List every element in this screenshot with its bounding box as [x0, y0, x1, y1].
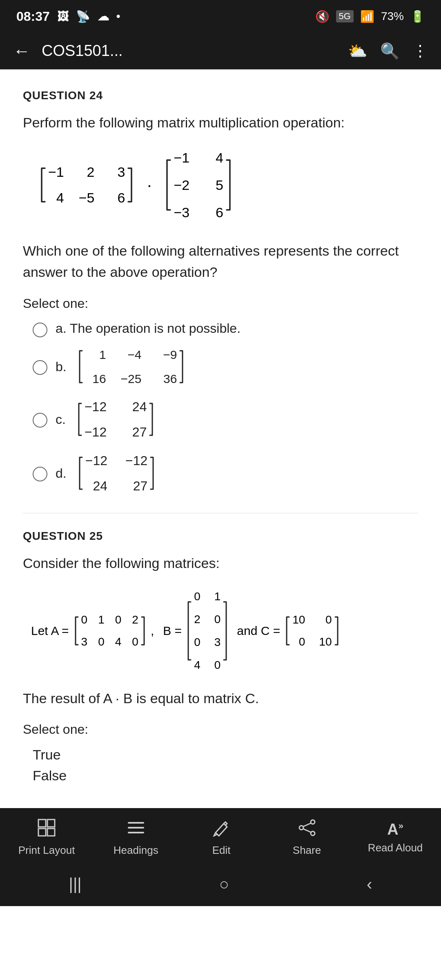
toolbar-share[interactable]: Share: [283, 819, 332, 857]
share-label: Share: [293, 844, 321, 857]
toolbar-edit[interactable]: Edit: [197, 819, 246, 857]
multiply-dot: ·: [147, 176, 151, 194]
matrix-a: 0 1 0 2 3 0 4 0: [74, 610, 146, 651]
matb-lbracket: [187, 600, 192, 662]
question-divider: [23, 513, 418, 513]
option-a[interactable]: a. The operation is not possible.: [33, 321, 418, 337]
optd-cells: −12 −12 24 27: [84, 450, 149, 497]
toolbar-read-aloud[interactable]: A» Read Aloud: [368, 821, 423, 854]
matc-cells: 10 0 0 10: [291, 610, 333, 651]
status-bar: 08:37 🖼 📡 ☁ • 🔇 5G 📶 73% 🔋: [0, 0, 441, 33]
nav-bar: ||| ○ ‹: [0, 865, 441, 906]
question-24-text: Perform the following matrix multiplicat…: [23, 112, 418, 134]
search-icon[interactable]: 🔍: [380, 42, 399, 60]
nav-home-button[interactable]: ○: [203, 872, 245, 897]
headings-icon: [127, 819, 145, 841]
mata-cells: 0 1 0 2 3 0 4 0: [80, 610, 140, 651]
radio-a[interactable]: [33, 323, 47, 337]
optd-rbracket: [149, 456, 155, 491]
matb-rbracket: [222, 600, 228, 662]
status-left: 08:37 🖼 📡 ☁ •: [16, 9, 120, 24]
matrix-expression: −1 2 3 4 −5 6 · −1 4: [39, 147, 418, 224]
optc-cells: −12 24 −12 27: [83, 396, 149, 443]
radio-b[interactable]: [33, 360, 47, 375]
svg-rect-0: [38, 820, 46, 827]
q25-select-one: Select one:: [23, 722, 418, 737]
optb-rbracket: [178, 349, 184, 384]
document-title: COS1501...: [42, 42, 348, 60]
svg-rect-6: [128, 832, 144, 833]
option-d-matrix: −12 −12 24 27: [78, 450, 155, 497]
svg-rect-5: [128, 827, 144, 829]
question-25-label: QUESTION 25: [23, 530, 418, 543]
title-bar: ← COS1501... ⛅ 🔍 ⋮: [0, 33, 441, 69]
option-a-text: a. The operation is not possible.: [56, 321, 241, 336]
matrix2-left-bracket: [165, 158, 172, 212]
matrix-b: 0 1 2 0 0 3 4 0: [187, 587, 228, 675]
option-true[interactable]: True: [33, 747, 418, 763]
mata-lbracket: [74, 615, 80, 646]
mute-icon: 🔇: [315, 10, 330, 23]
read-aloud-label: Read Aloud: [368, 842, 423, 854]
optb-cells: 1 −4 −9 16 −25 36: [84, 345, 179, 389]
matc-rbracket: [334, 615, 339, 646]
svg-point-8: [311, 831, 315, 835]
signal-icon: 📶: [360, 10, 374, 23]
option-c-matrix: −12 24 −12 27: [77, 396, 154, 443]
matrix2-cells: −1 4 −2 5 −3 6: [172, 147, 225, 224]
optd-lbracket: [78, 456, 84, 491]
q25-result-text: The result of A · B is equal to matrix C…: [23, 688, 418, 709]
q24-select-one: Select one:: [23, 296, 418, 311]
read-aloud-icon: A»: [387, 821, 403, 838]
time: 08:37: [16, 9, 50, 24]
option-b-label: b.: [56, 359, 67, 374]
network-badge: 5G: [336, 10, 354, 22]
upload-icon[interactable]: ⛅: [348, 42, 367, 60]
toolbar-headings[interactable]: Headings: [111, 819, 160, 857]
matrix1-left-bracket: [39, 167, 47, 203]
photo-icon: 🖼: [57, 10, 69, 23]
title-actions: ⛅ 🔍 ⋮: [348, 42, 428, 60]
radio-c[interactable]: [33, 413, 47, 428]
radio-d[interactable]: [33, 467, 47, 481]
more-icon[interactable]: ⋮: [412, 42, 428, 60]
print-layout-label: Print Layout: [18, 844, 75, 857]
question-24-label: QUESTION 24: [23, 89, 418, 102]
location-icon: 📡: [76, 10, 90, 23]
edit-label: Edit: [212, 844, 231, 857]
option-d-label: d.: [56, 466, 67, 481]
nav-menu-button[interactable]: |||: [53, 872, 98, 897]
status-right: 🔇 5G 📶 73% 🔋: [315, 10, 425, 23]
option-c-label: c.: [56, 412, 66, 427]
matrix1: −1 2 3 4 −5 6: [39, 161, 134, 209]
matrix2-right-bracket: [225, 158, 232, 212]
optc-rbracket: [148, 402, 154, 437]
matrix1-cells: −1 2 3 4 −5 6: [47, 161, 127, 209]
print-layout-icon: [38, 819, 56, 841]
battery-level: 73%: [381, 10, 404, 23]
let-a-label: Let A =: [31, 624, 69, 638]
toolbar-print-layout[interactable]: Print Layout: [18, 819, 75, 857]
option-c[interactable]: c. −12 24 −12 27: [33, 396, 418, 443]
share-icon: [298, 819, 316, 841]
headings-label: Headings: [114, 844, 158, 857]
and-c-label: and C =: [237, 624, 280, 638]
matb-cells: 0 1 2 0 0 3 4 0: [192, 587, 222, 675]
option-b[interactable]: b. 1 −4 −9 16 −25 36: [33, 345, 418, 389]
b-label: B =: [163, 624, 182, 638]
cloud-icon: ☁: [98, 10, 109, 23]
mata-rbracket: [140, 615, 146, 646]
svg-point-9: [299, 826, 303, 830]
content-area: QUESTION 24 Perform the following matrix…: [0, 69, 441, 808]
option-false[interactable]: False: [33, 768, 418, 784]
matrix-c: 10 0 0 10: [285, 610, 339, 651]
nav-back-button[interactable]: ‹: [350, 872, 388, 897]
matc-lbracket: [285, 615, 291, 646]
svg-rect-2: [38, 829, 46, 836]
q24-prompt: Which one of the following alternatives …: [23, 240, 418, 283]
option-d[interactable]: d. −12 −12 24 27: [33, 450, 418, 497]
battery-icon: 🔋: [410, 10, 425, 23]
matrix1-right-bracket: [127, 167, 134, 203]
svg-rect-4: [128, 822, 144, 824]
back-button[interactable]: ←: [13, 41, 30, 61]
